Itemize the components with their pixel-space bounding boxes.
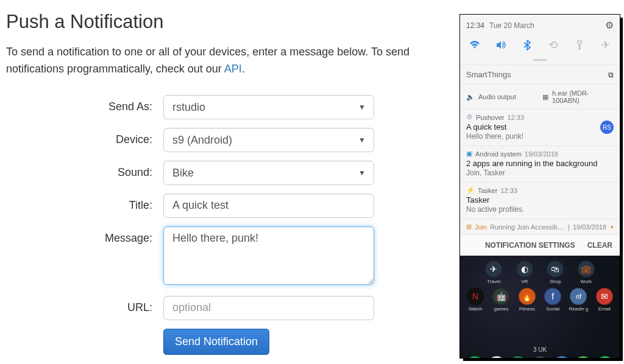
notif-body: No active profiles. (466, 205, 614, 214)
phone-screenshot: 12:34 Tue 20 March ⚙ ⟲ ✈ SmartThings ⧉ (460, 15, 620, 358)
message-textarea[interactable]: Hello there, punk! (163, 226, 374, 285)
url-input[interactable] (163, 296, 374, 320)
notif-body: Hello there, punk! (466, 132, 614, 141)
status-date: Tue 20 March (489, 21, 534, 30)
notif-time: 19/03/2018 (525, 150, 558, 158)
quick-settings-row: ⟲ ✈ (460, 33, 620, 59)
app-folder-row: ✈Travel ◐VR 🛍Shop 💼Work (460, 261, 620, 284)
homescreen: ✈Travel ◐VR 🛍Shop 💼Work NWatch 🤖games 🔥F… (460, 256, 620, 358)
app-icon: ⚡ (466, 186, 475, 194)
notif-time: 12:33 (500, 187, 517, 194)
dock-whatsapp[interactable]: ✆ (596, 356, 614, 358)
clear-button[interactable]: CLEAR (587, 241, 612, 250)
status-bar: 12:34 Tue 20 March ⚙ (460, 15, 620, 33)
send-notification-button[interactable]: Send Notification (163, 329, 269, 355)
app-rif[interactable]: rifReadin g (567, 288, 590, 312)
title-input[interactable] (163, 194, 374, 218)
avatar-badge: RS (600, 121, 614, 134)
sound-select[interactable]: Bike (163, 161, 374, 185)
audio-output-label: Audio output (478, 93, 516, 100)
push-form-panel: Push a Notification To send a notificati… (0, 0, 457, 364)
gear-icon[interactable]: ⚙ (605, 19, 614, 31)
devices-icon: ⧉ (608, 71, 614, 79)
carrier-label: 3 UK (460, 346, 620, 353)
intro-text: To send a notification to one or all of … (6, 44, 451, 78)
bluetooth-icon[interactable] (519, 37, 536, 53)
audio-device-label: h.ear (MDR-100ABN) (552, 89, 614, 104)
label-title: Title: (6, 194, 163, 212)
dock: ● ◯ ✆ ⠿ ✉ 🐘 ✆ (460, 353, 620, 358)
folder-shop[interactable]: 🛍Shop (544, 261, 567, 284)
sound-icon[interactable] (492, 37, 509, 53)
audio-output[interactable]: 🔈 Audio output (466, 89, 537, 104)
intro-suffix: . (242, 63, 245, 75)
folder-work[interactable]: 💼Work (575, 261, 598, 284)
label-send-as: Send As: (6, 95, 163, 113)
label-sound: Sound: (6, 161, 163, 179)
dock-evernote[interactable]: 🐘 (574, 356, 592, 358)
notif-time: 19/03/2018 (573, 223, 606, 231)
send-as-select[interactable]: rstudio (163, 95, 374, 119)
notification-settings-button[interactable]: NOTIFICATION SETTINGS (485, 241, 575, 250)
notif-title: Tasker (466, 195, 614, 205)
notification-actions: NOTIFICATION SETTINGS CLEAR (460, 234, 620, 256)
notif-app: Android system (475, 150, 522, 158)
dock-spotify[interactable]: ● (466, 356, 484, 358)
notification-pushover[interactable]: ℗ Pushover 12:33 A quick test Hello ther… (460, 109, 620, 145)
label-device: Device: (6, 128, 163, 146)
flashlight-icon[interactable] (571, 37, 588, 53)
notification-join[interactable]: ⊞ Join Running Join Accessibility Servi…… (460, 219, 620, 234)
status-time: 12:34 (466, 21, 484, 30)
notification-shade: 12:34 Tue 20 March ⚙ ⟲ ✈ SmartThings ⧉ (460, 15, 620, 256)
device-select[interactable]: s9 (Android) (163, 128, 374, 152)
notif-body: Join, Tasker (466, 169, 614, 177)
notif-app: Pushover (476, 114, 504, 121)
notification-tasker[interactable]: ⚡ Tasker 12:33 Tasker No active profiles… (460, 182, 620, 219)
speaker-icon: 🔈 (466, 93, 475, 101)
grid-icon: ▦ (542, 93, 548, 101)
app-icon: ⊞ (466, 223, 472, 231)
app-facebook[interactable]: fSocial (541, 288, 564, 312)
drag-handle[interactable] (533, 59, 547, 61)
rotate-icon[interactable]: ⟲ (545, 37, 562, 53)
smartthings-row[interactable]: SmartThings ⧉ (460, 65, 620, 84)
notif-app: Tasker (478, 187, 497, 194)
folder-vr[interactable]: ◐VR (513, 261, 536, 284)
app-folder-row: NWatch 🤖games 🔥Fitness fSocial rifReadin… (460, 287, 620, 313)
audio-row: 🔈 Audio output ▦ h.ear (MDR-100ABN) (460, 84, 620, 109)
dock-messages[interactable]: ✉ (553, 356, 571, 358)
notification-android-system[interactable]: ▣ Android system 19/03/2018 2 apps are r… (460, 145, 620, 182)
airplane-icon[interactable]: ✈ (597, 37, 614, 53)
app-email[interactable]: ✉Email (593, 288, 616, 312)
dock-apps[interactable]: ⠿ (531, 356, 549, 358)
intro-prefix: To send a notification to one or all of … (6, 46, 410, 75)
notif-time: 12:33 (507, 114, 524, 121)
notif-title: 2 apps are running in the background (466, 159, 614, 168)
chevron-down-icon[interactable]: ▾ (611, 224, 614, 230)
wifi-icon[interactable] (466, 37, 483, 53)
app-icon: ℗ (466, 113, 473, 121)
notif-app: Join (475, 223, 487, 231)
folder-games[interactable]: 🤖games (489, 288, 512, 312)
api-link[interactable]: API (224, 63, 242, 75)
page-title: Push a Notification (6, 11, 451, 33)
app-icon: ▣ (466, 150, 472, 158)
audio-device[interactable]: ▦ h.ear (MDR-100ABN) (542, 89, 614, 104)
notif-title: A quick test (466, 122, 614, 131)
app-netflix[interactable]: NWatch (464, 288, 487, 312)
smartthings-label: SmartThings (466, 70, 608, 79)
folder-travel[interactable]: ✈Travel (482, 261, 505, 284)
label-message: Message: (6, 226, 163, 245)
folder-fitness[interactable]: 🔥Fitness (516, 288, 539, 312)
dock-phone[interactable]: ✆ (509, 356, 527, 358)
label-url: URL: (6, 296, 163, 314)
notif-body: Running Join Accessibility Servi… (490, 223, 565, 231)
